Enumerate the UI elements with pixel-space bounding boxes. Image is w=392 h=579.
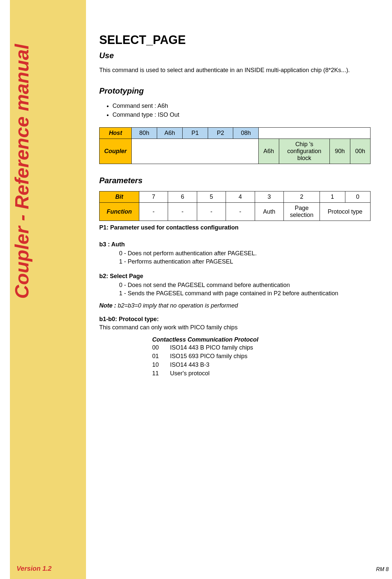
ccp-code: 11 <box>152 369 170 378</box>
table-row: Function - - - - Auth Page selection Pro… <box>100 203 370 221</box>
page-number: RM 8 <box>376 566 389 572</box>
ccp-heading: Contactless Communication Protocol <box>152 336 370 343</box>
coupler-cell: 00h <box>350 139 370 164</box>
func-cell: - <box>139 203 168 221</box>
bit-label-cell: Bit <box>100 191 139 203</box>
table-row: Coupler A6h Chip 's configuration block … <box>100 139 370 164</box>
page-title: SELECT_PAGE <box>99 33 370 47</box>
note-label: Note : <box>99 302 118 309</box>
ccp-desc: ISO14 443 B PICO family chips <box>170 344 253 351</box>
func-cell: Page selection <box>283 203 320 221</box>
list-item: Command sent : A6h <box>112 102 370 110</box>
bit-cell: 5 <box>197 191 226 203</box>
use-text: This command is used to select and authe… <box>99 66 370 74</box>
parameters-heading: Parameters <box>99 176 370 185</box>
version-label: Version 1.2 <box>17 565 52 572</box>
note-text: b2=b3=0 imply that no operation is perfo… <box>118 302 238 309</box>
bit-cell: 7 <box>139 191 168 203</box>
note-line: Note : b2=b3=0 imply that no operation i… <box>99 302 370 309</box>
prototyping-heading: Prototyping <box>99 86 370 96</box>
ccp-desc: User's protocol <box>170 370 209 377</box>
b1b0-text: This command can only work with PICO fam… <box>99 324 370 331</box>
coupler-cell: Chip 's configuration block <box>279 139 330 164</box>
func-cell: - <box>226 203 255 221</box>
host-cell: A6h <box>157 128 183 139</box>
ccp-desc: ISO15 693 PICO family chips <box>170 353 247 359</box>
coupler-label-cell: Coupler <box>100 139 132 164</box>
func-cell: Protocol type <box>320 203 370 221</box>
prototyping-table: Host 80h A6h P1 P2 08h Coupler A6h Chip … <box>99 127 370 164</box>
b1b0-title: b1-b0: Protocol type: <box>99 316 370 323</box>
bit-cell: 3 <box>255 191 283 203</box>
b2-line1: 1 - Sends the PAGESEL command with page … <box>119 289 370 298</box>
b3-line0: 0 - Does not perform authentication afte… <box>119 249 370 258</box>
bit-cell: 0 <box>345 191 370 203</box>
b3-line1: 1 - Performs authentication after PAGESE… <box>119 258 370 266</box>
table-row: Host 80h A6h P1 P2 08h <box>100 128 370 139</box>
main-content: SELECT_PAGE Use This command is used to … <box>99 33 370 378</box>
function-label-cell: Function <box>100 203 139 221</box>
document-title-vertical: Coupler - Reference manual <box>11 44 33 299</box>
ccp-code: 01 <box>152 352 170 360</box>
ccp-row: 11User's protocol <box>152 369 370 378</box>
ccp-row: 10ISO14 443 B-3 <box>152 360 370 369</box>
ccp-list: 00ISO14 443 B PICO family chips 01ISO15 … <box>152 343 370 378</box>
empty-cell <box>132 139 259 164</box>
coupler-cell: 90h <box>330 139 350 164</box>
host-label-cell: Host <box>100 128 132 139</box>
func-cell: - <box>168 203 197 221</box>
ccp-code: 10 <box>152 360 170 369</box>
b2-title: b2: Select Page <box>99 273 370 280</box>
use-heading: Use <box>99 51 370 60</box>
empty-cell <box>259 128 370 139</box>
host-cell: 80h <box>132 128 157 139</box>
host-cell: 08h <box>233 128 259 139</box>
ccp-row: 00ISO14 443 B PICO family chips <box>152 343 370 352</box>
bit-cell: 1 <box>320 191 345 203</box>
coupler-cell: A6h <box>259 139 279 164</box>
prototyping-bullets: Command sent : A6h Command type : ISO Ou… <box>112 102 370 119</box>
func-cell: Auth <box>255 203 283 221</box>
b2-line0: 0 - Does not send the PAGESEL command be… <box>119 281 370 289</box>
host-cell: P2 <box>208 128 233 139</box>
func-cell: - <box>197 203 226 221</box>
bit-cell: 6 <box>168 191 197 203</box>
host-cell: P1 <box>182 128 208 139</box>
ccp-row: 01ISO15 693 PICO family chips <box>152 352 370 360</box>
bit-cell: 4 <box>226 191 255 203</box>
parameters-table: Bit 7 6 5 4 3 2 1 0 Function - - - - Aut… <box>99 191 370 221</box>
ccp-code: 00 <box>152 343 170 352</box>
b2-lines: 0 - Does not send the PAGESEL command be… <box>119 281 370 298</box>
b3-lines: 0 - Does not perform authentication afte… <box>119 249 370 266</box>
table-row: Bit 7 6 5 4 3 2 1 0 <box>100 191 370 203</box>
bit-cell: 2 <box>283 191 320 203</box>
list-item: Command type : ISO Out <box>112 110 370 119</box>
p1-caption: P1: Parameter used for contactless confi… <box>99 224 370 231</box>
b3-title: b3 : Auth <box>99 241 370 248</box>
ccp-desc: ISO14 443 B-3 <box>170 361 209 368</box>
